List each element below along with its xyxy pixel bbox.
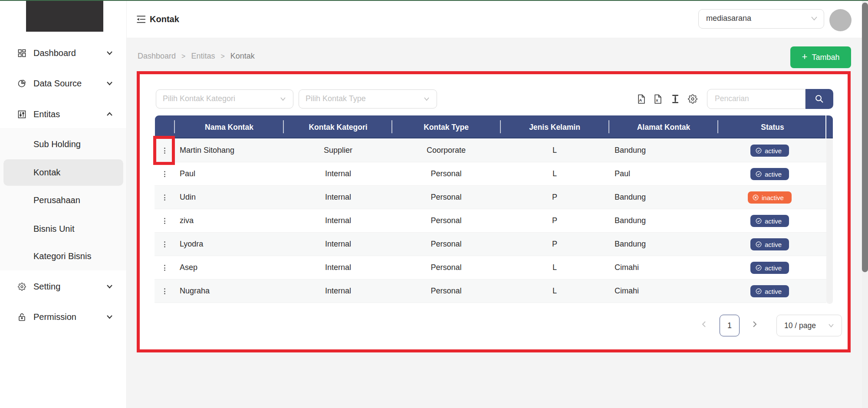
- svg-text:x: x: [656, 98, 658, 102]
- svg-text:A: A: [639, 98, 642, 102]
